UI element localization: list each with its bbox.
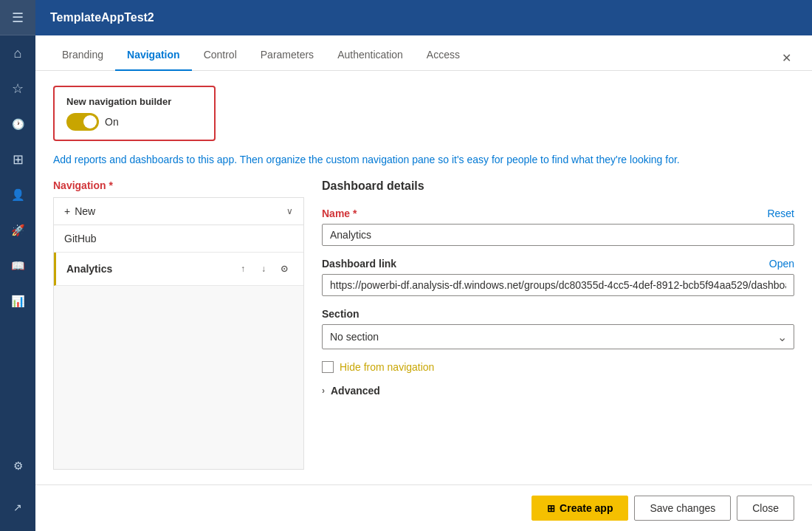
advanced-section[interactable]: › Advanced: [322, 385, 794, 397]
name-input[interactable]: [322, 224, 794, 246]
hide-checkbox-box[interactable]: [322, 361, 334, 373]
tab-authentication[interactable]: Authentication: [326, 40, 415, 71]
close-button[interactable]: Close: [737, 496, 794, 521]
person-icon[interactable]: 👤: [0, 177, 35, 213]
clock-icon[interactable]: 🕐: [0, 106, 35, 142]
dialog: Branding Navigation Control Parameters A…: [35, 35, 812, 531]
footer: ⊞ Create app Save changes Close: [35, 484, 812, 531]
more-options-icon[interactable]: ⊙: [275, 260, 293, 278]
toggle-label: New navigation builder: [66, 96, 202, 107]
hide-from-navigation-checkbox[interactable]: Hide from navigation: [322, 361, 794, 373]
section-label: Section: [322, 308, 794, 320]
hide-checkbox-label: Hide from navigation: [340, 361, 434, 373]
move-down-icon[interactable]: ↓: [255, 260, 272, 278]
new-button-label: New: [75, 205, 95, 217]
navigation-container: + New ∨ GitHub Analytics ↑: [53, 197, 304, 470]
info-text: Add reports and dashboards to this app. …: [53, 153, 794, 168]
toggle-row: On: [66, 113, 202, 131]
rocket-icon[interactable]: 🚀: [0, 213, 35, 248]
link-label: Dashboard link: [322, 258, 396, 270]
tab-branding[interactable]: Branding: [50, 40, 115, 71]
right-panel: Dashboard details Name * Reset: [322, 179, 794, 470]
menu-icon[interactable]: ☰: [0, 0, 35, 35]
sidebar: ☰ ⌂ ☆ 🕐 ⊞ 👤 🚀 📖 📊 ⚙ ↗: [0, 0, 35, 531]
settings-icon[interactable]: ⚙: [0, 448, 35, 484]
main-area: TemplateAppTest2 Branding Navigation Con…: [35, 0, 812, 531]
close-label: Close: [752, 502, 779, 514]
advanced-label: Advanced: [331, 385, 380, 397]
apps-icon[interactable]: ⊞: [0, 142, 35, 177]
nav-item-label: Analytics: [66, 263, 112, 275]
section-field-group: Section No section: [322, 308, 794, 349]
two-column-layout: Navigation * + New ∨ Gi: [53, 179, 794, 470]
move-up-icon[interactable]: ↑: [234, 260, 252, 278]
advanced-chevron-icon: ›: [322, 386, 325, 396]
new-button[interactable]: + New: [64, 205, 95, 217]
report-icon[interactable]: 📊: [0, 284, 35, 319]
left-panel: Navigation * + New ∨ Gi: [53, 179, 304, 470]
navigation-builder-toggle[interactable]: [66, 113, 99, 131]
create-app-icon: ⊞: [547, 503, 555, 514]
tab-navigation[interactable]: Navigation: [115, 40, 192, 71]
nav-item-github[interactable]: GitHub: [54, 225, 303, 253]
book-icon[interactable]: 📖: [0, 248, 35, 284]
dashboard-details-title: Dashboard details: [322, 179, 794, 193]
dialog-body: New navigation builder On Add reports an…: [35, 71, 812, 484]
external-link-icon[interactable]: ↗: [0, 490, 35, 525]
link-open-link[interactable]: Open: [769, 258, 794, 270]
app-header: TemplateAppTest2: [35, 0, 812, 35]
create-app-button[interactable]: ⊞ Create app: [531, 496, 628, 521]
close-dialog-icon[interactable]: ✕: [776, 47, 797, 70]
tab-bar: Branding Navigation Control Parameters A…: [35, 35, 812, 71]
toggle-box: New navigation builder On: [53, 86, 216, 141]
nav-item-actions: ↑ ↓ ⊙: [234, 260, 293, 278]
section-select-wrapper: No section: [322, 324, 794, 349]
create-app-label: Create app: [560, 502, 613, 514]
tab-parameters[interactable]: Parameters: [249, 40, 326, 71]
name-label-row: Name * Reset: [322, 208, 794, 219]
navigation-section-title: Navigation *: [53, 179, 304, 191]
plus-icon: +: [64, 205, 70, 217]
nav-item-label: GitHub: [64, 233, 97, 244]
section-select[interactable]: No section: [322, 324, 794, 349]
link-field-group: Dashboard link Open: [322, 258, 794, 296]
save-changes-label: Save changes: [650, 502, 715, 514]
link-input[interactable]: [322, 274, 794, 296]
tab-access[interactable]: Access: [415, 40, 472, 71]
link-label-row: Dashboard link Open: [322, 258, 794, 270]
nav-item-analytics[interactable]: Analytics ↑ ↓ ⊙: [54, 253, 303, 286]
home-icon[interactable]: ⌂: [0, 35, 35, 71]
save-changes-button[interactable]: Save changes: [634, 496, 731, 521]
name-reset-link[interactable]: Reset: [767, 208, 794, 219]
new-button-chevron-icon[interactable]: ∨: [286, 206, 293, 216]
toggle-state-text: On: [105, 116, 119, 128]
star-icon[interactable]: ☆: [0, 71, 35, 106]
name-label: Name *: [322, 208, 357, 219]
app-title: TemplateAppTest2: [50, 11, 154, 24]
name-field-group: Name * Reset: [322, 208, 794, 246]
new-button-row: + New ∨: [54, 198, 303, 225]
tab-control[interactable]: Control: [192, 40, 249, 71]
